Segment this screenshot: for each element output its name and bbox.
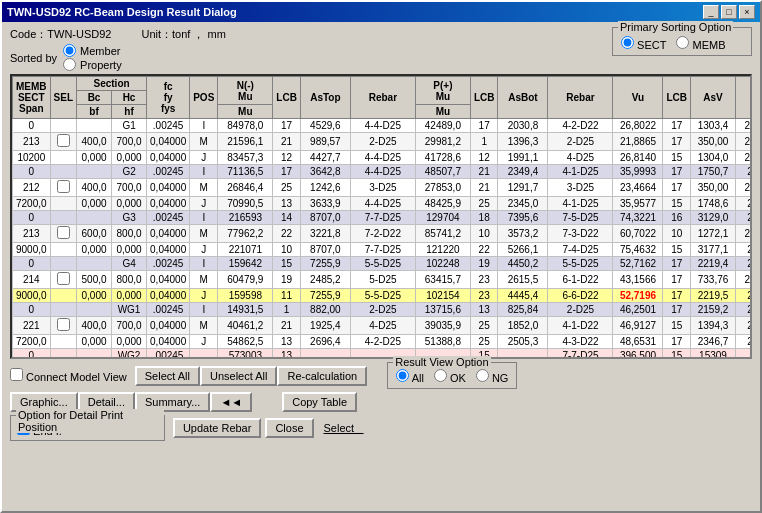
table-cell: 4450,2 [498,257,548,271]
nav-back-button[interactable]: ◄◄ [210,392,252,412]
table-cell: 221 [13,317,51,335]
table-cell: 350,00 [691,179,736,197]
table-cell: 17 [273,165,301,179]
table-cell: 0,000 [112,289,147,303]
minimize-button[interactable]: _ [703,5,719,19]
table-cell: 129704 [415,211,470,225]
table-row: 0WG1.00245I14931,51882,002-D2513715,6138… [13,303,753,317]
table-cell: 2-D10 @60 [736,289,752,303]
recalculation-button[interactable]: Re-calculation [277,366,367,386]
table-cell: 35,9993 [613,165,663,179]
copy-table-button[interactable]: Copy Table [282,392,357,412]
table-cell: 213 [13,225,51,243]
table-cell: 51388,8 [415,335,470,349]
table-cell: 2-D10 @60 [736,257,752,271]
table-row: 9000,00,0000,0000,04000J221071108707,07-… [13,243,753,257]
all-radio-label[interactable]: All [396,369,424,384]
table-cell: 85741,2 [415,225,470,243]
table-cell: 25 [470,317,498,335]
table-cell: 71136,5 [218,165,273,179]
table-cell: 0,04000 [147,317,190,335]
table-cell: ... [498,349,548,360]
member-radio[interactable] [63,44,76,57]
table-cell: 0,04000 [147,271,190,289]
table-cell: 12 [273,151,301,165]
table-cell: 17 [663,119,691,133]
table-body: 0G1.00245I84978,0174529,64-4-D2542489,01… [13,119,753,360]
table-cell: .00245 [147,349,190,360]
col-stirrup: Stirrup [736,77,752,119]
table-cell: 2505,3 [498,335,548,349]
table-cell: 15 [663,197,691,211]
maximize-button[interactable]: □ [721,5,737,19]
connect-model-checkbox[interactable] [10,368,23,381]
table-cell: 1925,4 [300,317,350,335]
table-cell: 9000,0 [13,243,51,257]
table-cell: 17 [663,271,691,289]
update-rebar-button[interactable]: Update Rebar [173,418,262,438]
table-cell: 800,0 [112,271,147,289]
sorted-by-label: Sorted by [10,52,57,64]
col-bf: bf [77,105,112,119]
table-cell: 2485,2 [300,271,350,289]
table-cell: 18 [470,211,498,225]
table-cell: 14 [273,211,301,225]
col-sel: SEL [50,77,76,119]
table-cell: 350,00 [691,133,736,151]
table-row: 213400,0700,00,04000M21596,121989,572-D2… [13,133,753,151]
table-cell: 0,04000 [147,225,190,243]
ok-radio[interactable] [434,369,447,382]
table-cell: 825,84 [498,303,548,317]
table-cell: 15309 [691,349,736,360]
table-cell: 4-3-D22 [548,335,613,349]
bottom-controls: Connect Model View Select All Unselect A… [10,362,752,441]
connect-model-checkbox-label[interactable]: Connect Model View [10,368,127,383]
connect-model-label: Connect Model View [26,371,127,383]
table-cell: 21 [470,165,498,179]
sect-radio-label[interactable]: SECT [621,36,666,51]
table-cell: 29981,2 [415,133,470,151]
table-cell: 214 [13,271,51,289]
table-cell: 0 [13,257,51,271]
col-hf: hf [112,105,147,119]
result-table-container[interactable]: MEMBSECTSpan SEL Section fcfyfys POS N(-… [10,74,752,359]
close-button[interactable]: × [739,5,755,19]
table-row: 9000,00,0000,0000,04000J159598117255,95-… [13,289,753,303]
table-cell: 43,1566 [613,271,663,289]
property-radio-label[interactable]: Property [63,58,122,71]
table-cell: 5-5-D25 [548,257,613,271]
close-button-main[interactable]: Close [265,418,313,438]
memb-radio-label[interactable]: MEMB [676,36,725,51]
unselect-all-button[interactable]: Unselect All [200,366,277,386]
sect-radio[interactable] [621,36,634,49]
table-cell: 25 [470,335,498,349]
memb-radio[interactable] [676,36,689,49]
table-cell: 4-4-D25 [350,151,415,165]
ng-radio-label[interactable]: NG [476,369,509,384]
table-cell: 4445,4 [498,289,548,303]
table-row: 0G4.00245I159642157255,95-5-D25102248194… [13,257,753,271]
table-cell: 3633,9 [300,197,350,211]
ok-radio-label[interactable]: OK [434,369,466,384]
member-radio-label[interactable]: Member [63,44,122,57]
table-cell [50,303,76,317]
table-cell: 400,0 [77,179,112,197]
col-vu: Vu [613,77,663,119]
memb-label: MEMB [692,39,725,51]
ng-radio[interactable] [476,369,489,382]
table-cell: 15 [663,349,691,360]
all-radio[interactable] [396,369,409,382]
table-cell: .00245 [147,165,190,179]
table-cell: 7200,0 [13,335,51,349]
table-cell: 0,000 [112,197,147,211]
table-cell: 2-D25 [548,303,613,317]
table-cell [77,211,112,225]
table-cell: 14931,5 [218,303,273,317]
table-cell [50,335,76,349]
table-cell: 1991,1 [498,151,548,165]
table-cell: 4-4-D25 [350,197,415,211]
select-all-button[interactable]: Select All [135,366,200,386]
property-radio[interactable] [63,58,76,71]
col-rebar-bot: Rebar [548,77,613,119]
col-pos: POS [190,77,218,119]
